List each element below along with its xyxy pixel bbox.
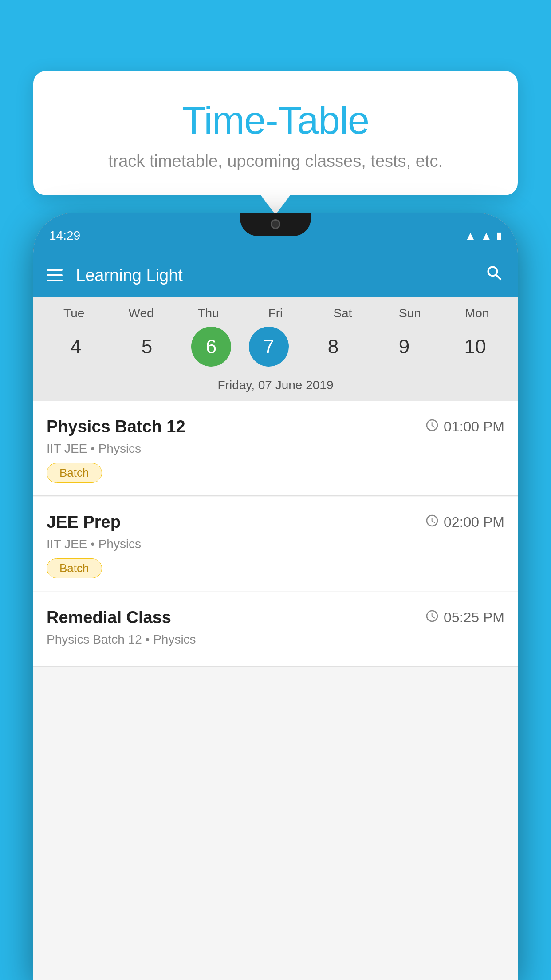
status-icons: ▲ ▲ ▮ — [465, 229, 502, 243]
front-camera — [271, 219, 280, 229]
schedule-item-2-time-text: 02:00 PM — [444, 514, 504, 530]
day-10[interactable]: 10 — [449, 327, 502, 367]
schedule-item-2-badge: Batch — [47, 558, 102, 578]
schedule-item-1-subtitle: IIT JEE • Physics — [47, 442, 504, 456]
tooltip-title: Time-Table — [55, 98, 496, 143]
day-numbers: 4 5 6 7 8 9 10 — [33, 327, 518, 367]
signal-icon: ▲ — [480, 229, 492, 243]
schedule-item-3-subtitle: Physics Batch 12 • Physics — [47, 632, 504, 647]
day-6-today[interactable]: 6 — [191, 327, 231, 367]
day-header-mon: Mon — [450, 306, 504, 320]
status-bar-wrap: 14:29 ▲ ▲ ▮ — [33, 213, 518, 253]
schedule-item-1-badge: Batch — [47, 463, 102, 483]
schedule-item-3[interactable]: Remedial Class 05:25 PM Physics Batch 12… — [33, 592, 518, 667]
selected-date-label: Friday, 07 June 2019 — [33, 374, 518, 401]
day-header-fri: Fri — [249, 306, 302, 320]
schedule-item-2-title: JEE Prep — [47, 513, 121, 532]
app-toolbar: Learning Light — [33, 253, 518, 297]
phone-inner: 14:29 ▲ ▲ ▮ Learning Light — [33, 213, 518, 980]
hamburger-menu-button[interactable] — [47, 269, 63, 281]
schedule-item-1-time-text: 01:00 PM — [444, 419, 504, 435]
schedule-item-3-time: 05:25 PM — [425, 609, 504, 626]
day-header-wed: Wed — [114, 306, 168, 320]
wifi-icon: ▲ — [465, 229, 476, 243]
schedule-item-2-time: 02:00 PM — [425, 514, 504, 531]
day-header-thu: Thu — [182, 306, 235, 320]
day-header-tue: Tue — [47, 306, 101, 320]
schedule-item-2-header: JEE Prep 02:00 PM — [47, 513, 504, 532]
battery-icon: ▮ — [496, 230, 502, 241]
schedule-list: Physics Batch 12 01:00 PM IIT JEE • Phys… — [33, 401, 518, 668]
phone-frame: 14:29 ▲ ▲ ▮ Learning Light — [33, 213, 518, 980]
tooltip-card: Time-Table track timetable, upcoming cla… — [33, 71, 518, 195]
schedule-item-3-header: Remedial Class 05:25 PM — [47, 608, 504, 627]
notch — [240, 213, 311, 236]
schedule-item-1-time: 01:00 PM — [425, 418, 504, 435]
clock-icon-2 — [425, 514, 439, 531]
day-7-selected[interactable]: 7 — [249, 327, 289, 367]
clock-icon-1 — [425, 418, 439, 435]
search-button[interactable] — [485, 264, 504, 287]
status-time: 14:29 — [49, 229, 80, 243]
app-title: Learning Light — [76, 266, 485, 285]
schedule-item-3-time-text: 05:25 PM — [444, 609, 504, 626]
schedule-item-2[interactable]: JEE Prep 02:00 PM IIT JEE • Physics Batc… — [33, 497, 518, 591]
schedule-item-3-title: Remedial Class — [47, 608, 171, 627]
tooltip-subtitle: track timetable, upcoming classes, tests… — [55, 152, 496, 171]
day-9[interactable]: 9 — [378, 327, 431, 367]
calendar-strip: Tue Wed Thu Fri Sat Sun Mon 4 5 6 7 8 9 … — [33, 297, 518, 401]
day-5[interactable]: 5 — [120, 327, 173, 367]
day-4[interactable]: 4 — [49, 327, 102, 367]
schedule-item-1-header: Physics Batch 12 01:00 PM — [47, 417, 504, 436]
clock-icon-3 — [425, 609, 439, 626]
day-header-sat: Sat — [316, 306, 369, 320]
schedule-item-1[interactable]: Physics Batch 12 01:00 PM IIT JEE • Phys… — [33, 401, 518, 496]
schedule-item-1-title: Physics Batch 12 — [47, 417, 185, 436]
day-headers: Tue Wed Thu Fri Sat Sun Mon — [33, 306, 518, 320]
schedule-item-2-subtitle: IIT JEE • Physics — [47, 537, 504, 551]
day-8[interactable]: 8 — [307, 327, 360, 367]
day-header-sun: Sun — [383, 306, 437, 320]
